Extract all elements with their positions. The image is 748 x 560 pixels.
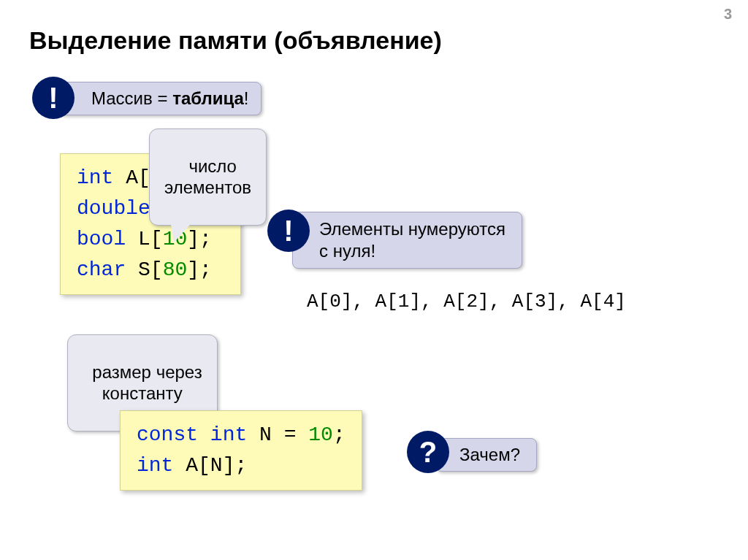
note1-prefix: Массив = bbox=[91, 88, 172, 108]
exclamation-badge-2: ! bbox=[267, 210, 310, 252]
num-10b: 10 bbox=[308, 423, 333, 446]
page-title: Выделение памяти (объявление) bbox=[29, 26, 442, 55]
code-text: A[N]; bbox=[173, 454, 247, 477]
kw-int-3: int bbox=[137, 454, 173, 477]
callout-num-elements: число элементов bbox=[149, 129, 267, 226]
question-badge: ? bbox=[407, 431, 449, 473]
note1-suffix: ! bbox=[244, 88, 249, 108]
kw-bool: bool bbox=[77, 228, 126, 250]
code-text: ]; bbox=[187, 228, 212, 250]
code-space bbox=[198, 423, 210, 446]
callout-const-text: размер через константу bbox=[92, 362, 202, 403]
kw-char: char bbox=[77, 258, 126, 281]
note-array-table: Массив = таблица! bbox=[58, 82, 262, 115]
code-text: S[ bbox=[126, 258, 162, 281]
kw-int-2: int bbox=[210, 423, 247, 446]
note-zero-index: Элементы нумеруются с нуля! bbox=[292, 212, 522, 269]
kw-double: double bbox=[77, 197, 150, 220]
note2-line1: Элементы нумеруются bbox=[319, 219, 505, 239]
num-80: 80 bbox=[163, 258, 188, 281]
kw-int: int bbox=[77, 166, 113, 189]
kw-const: const bbox=[137, 423, 198, 446]
page-number: 3 bbox=[724, 6, 732, 23]
note2-line2: с нуля! bbox=[319, 241, 375, 261]
code-text: ; bbox=[333, 423, 346, 446]
exclamation-badge: ! bbox=[32, 77, 75, 119]
code-block-const: const int N = 10; int A[N]; bbox=[120, 410, 362, 491]
array-indices: A[0], A[1], A[2], A[3], A[4] bbox=[307, 291, 626, 312]
callout-num-elements-text: число элементов bbox=[164, 156, 251, 197]
note-why: Зачем? bbox=[435, 438, 537, 472]
code-text: ]; bbox=[187, 258, 212, 281]
note1-bold: таблица bbox=[172, 88, 244, 108]
code-text: N = bbox=[247, 423, 308, 446]
code-text: L[ bbox=[126, 228, 162, 250]
code-text: A[ bbox=[113, 166, 150, 189]
